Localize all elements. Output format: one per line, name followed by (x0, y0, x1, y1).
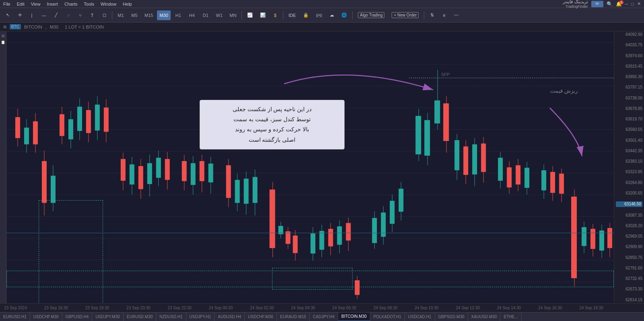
minimize-button[interactable]: ─ (625, 2, 628, 6)
lock-button[interactable]: 🔒 (300, 10, 312, 21)
tab-gbpsgd-m30[interactable]: GBPSGD.M30 (435, 313, 468, 321)
crosshair-tool[interactable]: ✛ (14, 10, 25, 21)
chart-canvas[interactable]: SFP (6, 31, 614, 303)
tf-mn[interactable]: MN (227, 10, 239, 20)
time-4: 23 Sep 22:30 (167, 306, 192, 310)
svg-rect-63 (328, 229, 333, 246)
tf-m1[interactable]: M1 (115, 10, 127, 20)
price-63323: 63323.95 (616, 170, 642, 174)
left-tool-1[interactable]: ⊞ (1, 33, 6, 39)
price-63264: 63264.80 (616, 180, 642, 185)
menu-edit[interactable]: Edit (17, 2, 25, 6)
cloud-button[interactable]: ☁ (326, 10, 337, 21)
tab-audusd-h4[interactable]: AUDUSD.H4 (215, 313, 245, 321)
separator-1 (112, 11, 112, 19)
tf-m5[interactable]: M5 (128, 10, 140, 20)
tab-gbpusd-h4[interactable]: GBPUSD.H4 (62, 313, 93, 321)
chart-type-button[interactable]: 📈 (244, 10, 256, 21)
price-63915: 63915.45 (616, 64, 642, 69)
price-63205: 63205.65 (616, 191, 642, 196)
svg-rect-51 (270, 190, 275, 248)
time-0: 23 Sep 2024 (4, 306, 27, 310)
svg-rect-39 (200, 161, 204, 181)
menu-help[interactable]: Help (123, 2, 132, 6)
tab-ethe[interactable]: ETHE... (500, 313, 521, 321)
vertical-line-tool[interactable]: | (27, 10, 37, 21)
tf-m15[interactable]: M15 (142, 10, 155, 20)
svg-rect-113 (590, 229, 595, 249)
svg-rect-91 (472, 144, 477, 174)
tf-h1[interactable]: H1 (172, 10, 184, 20)
globe-button[interactable]: 🌐 (339, 10, 350, 21)
menu-file[interactable]: File (3, 2, 10, 6)
svg-rect-59 (310, 234, 315, 254)
trend-line-tool[interactable]: ╱ (51, 10, 61, 21)
cursor-tool[interactable]: ↖ (2, 10, 13, 21)
tab-eurusd-m30[interactable]: EURUSD.M30 (124, 313, 156, 321)
svg-rect-67 (346, 223, 351, 241)
tab-usdchf-m30[interactable]: USDCHF.M30 (30, 313, 62, 321)
time-9: 24 Sep 08:30 (374, 306, 398, 310)
shapes-tool[interactable]: ◻ (99, 10, 109, 21)
price-62673: 62673.30 (616, 287, 642, 292)
price-64033: 64033.75 (616, 43, 642, 48)
dollar-button[interactable]: $ (270, 10, 281, 21)
svg-rect-45 (235, 180, 240, 203)
tab-cadjpy-h4[interactable]: CADJPY.H4 (310, 313, 338, 321)
left-tool-2[interactable]: 📋 (0, 39, 6, 45)
svg-rect-29 (147, 163, 152, 184)
new-order-button[interactable]: + New Order (389, 10, 421, 21)
tab-usdjpy-h1[interactable]: USDJPY.H1 (186, 313, 215, 321)
time-5: 24 Sep 00:30 (209, 306, 233, 310)
menu-window[interactable]: Window (101, 2, 116, 6)
menu-view[interactable]: View (31, 2, 41, 6)
price-63678: 63678.85 (616, 106, 642, 111)
tab-euraud-m15[interactable]: EURAUD.M15 (277, 313, 310, 321)
svg-rect-111 (582, 227, 586, 246)
menu-bar: File Edit View Insert Charts Tools Windo… (0, 0, 644, 8)
depth-button[interactable]: ≡ (439, 10, 449, 21)
tf-w1[interactable]: W1 (213, 10, 225, 20)
tab-xauusd-m30[interactable]: XAUUSD.M30 (468, 313, 501, 321)
broadcast-button[interactable]: ((•)) (313, 10, 325, 21)
algo-trading-button[interactable]: Algo Trading (355, 10, 387, 21)
price-drop-label: ریزش قیمت (550, 88, 578, 94)
tab-bitcoin-m30[interactable]: BITCOIN.M30 (338, 313, 370, 321)
tab-usdchf-m30b[interactable]: USDCHF.M30 (245, 313, 277, 321)
ide-button[interactable]: IDE (286, 10, 299, 21)
svg-rect-37 (191, 163, 196, 185)
tf-h4[interactable]: H4 (186, 10, 198, 20)
tab-usdjpy-m30[interactable]: USDJPY.M30 (92, 313, 123, 321)
indicators-button[interactable]: 📊 (257, 10, 268, 21)
svg-rect-7 (42, 161, 47, 203)
close-button[interactable]: ✕ (637, 1, 641, 6)
text-tool[interactable]: T (87, 10, 97, 21)
tab-nzdusd-h1[interactable]: NZDUSD.H1 (156, 313, 186, 321)
time-axis: 23 Sep 2024 23 Sep 16:30 23 Sep 18:30 23… (0, 303, 644, 312)
horizontal-line-tool[interactable]: — (39, 10, 49, 21)
notification-icon[interactable]: 🔔1 (616, 1, 622, 7)
levels-button[interactable]: ⇅ (427, 10, 437, 21)
channel-tool[interactable]: ⟋ (63, 10, 73, 21)
tf-d1[interactable]: D1 (200, 10, 212, 20)
price-63856: 63856.30 (616, 75, 642, 79)
svg-rect-27 (138, 166, 143, 189)
svg-rect-25 (130, 164, 134, 184)
maximize-button[interactable]: □ (631, 2, 634, 6)
tab-polkadot-h1[interactable]: POLKADOT.H1 (370, 313, 405, 321)
price-63619: 63619.70 (616, 117, 642, 122)
menu-charts[interactable]: Charts (64, 2, 77, 6)
search-icon[interactable]: 🔍 (607, 1, 613, 7)
pitchfork-tool[interactable]: ⑂ (75, 10, 85, 21)
tf-m30[interactable]: M30 (157, 10, 170, 20)
menu-tools[interactable]: Tools (84, 2, 94, 6)
tab-eurusd-h1[interactable]: EURUSD.H1 (0, 313, 30, 321)
oscillator-button[interactable]: 〰 (451, 10, 461, 21)
price-62614: 62614.15 (616, 298, 642, 302)
tab-usdcad-h1[interactable]: USDCAD.H1 (405, 313, 435, 321)
chart-container: ⊞ 📋 SFP (0, 31, 644, 303)
time-14: 24 Sep 18:30 (579, 306, 603, 310)
svg-rect-87 (454, 140, 459, 170)
price-64092: 64092.90 (616, 32, 642, 37)
menu-insert[interactable]: Insert (47, 2, 58, 6)
